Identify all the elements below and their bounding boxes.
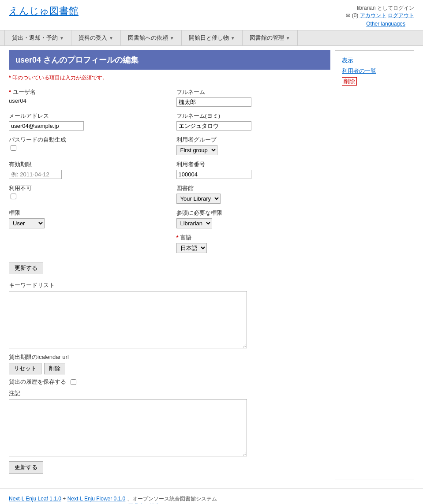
expiry-input[interactable] bbox=[9, 170, 62, 179]
nav-arrow-2: ▼ bbox=[170, 36, 174, 41]
library-select[interactable]: Your Library bbox=[176, 194, 221, 204]
submit-button-2[interactable]: 更新する bbox=[9, 461, 43, 474]
sidebar-view-link[interactable]: 表示 bbox=[342, 57, 353, 63]
keyword-list-textarea[interactable] bbox=[9, 291, 247, 348]
user-group-select[interactable]: First group bbox=[176, 145, 217, 155]
nav-requests[interactable]: 図書館への依頼 ▼ bbox=[121, 30, 182, 45]
email-input[interactable] bbox=[9, 121, 84, 131]
save-history-label: 貸出の履歴を保存する bbox=[9, 378, 66, 386]
auto-password-label: パスワードの自動生成 bbox=[9, 136, 163, 144]
notes-textarea[interactable] bbox=[9, 399, 247, 456]
other-languages: Other languages bbox=[9, 19, 414, 28]
page-title: user04 さんのプロフィールの編集 bbox=[9, 50, 330, 70]
disabled-checkbox[interactable] bbox=[11, 194, 16, 199]
language-select[interactable]: 日本語 bbox=[176, 243, 207, 253]
expiry-label: 有効期限 bbox=[9, 161, 163, 168]
nav-arrow-4: ▼ bbox=[286, 36, 290, 41]
nav-arrow-0: ▼ bbox=[60, 36, 64, 41]
library-label: 図書館 bbox=[176, 184, 331, 192]
login-status: librarian としてログイン bbox=[346, 4, 414, 12]
disabled-label: 利用不可 bbox=[9, 184, 163, 192]
account-row: ✉ (0) アカウント ログアウト bbox=[346, 12, 414, 19]
footer-leaf-link[interactable]: Next-L Enju Leaf 1.1.0 bbox=[9, 496, 61, 502]
site-title-link[interactable]: えんじゅ図書館 bbox=[9, 5, 79, 16]
notes-label: 注記 bbox=[9, 389, 330, 397]
sidebar-item-view[interactable]: 表示 bbox=[342, 55, 409, 66]
role-label: 権限 bbox=[9, 209, 163, 217]
site-title: えんじゅ図書館 bbox=[9, 4, 79, 18]
fullname-yomi-input[interactable] bbox=[176, 121, 251, 131]
other-languages-link[interactable]: Other languages bbox=[366, 21, 405, 27]
reset-button[interactable]: リセット bbox=[9, 363, 41, 374]
submit-button-1[interactable]: 更新する bbox=[9, 262, 43, 274]
save-history-checkbox[interactable] bbox=[71, 379, 76, 385]
email-label: メールアドレス bbox=[9, 112, 163, 120]
role-select[interactable]: User Librarian Admin bbox=[9, 218, 45, 228]
username-label: * ユーザ名 bbox=[9, 88, 163, 96]
auto-password-checkbox[interactable] bbox=[11, 145, 16, 151]
footer: Next-L Enju Leaf 1.1.0 + Next-L Enju Flo… bbox=[0, 488, 423, 504]
navigation: 貸出・返却・予約 ▼ 資料の受入 ▼ 図書館への依頼 ▼ 開館日と催し物 ▼ 図… bbox=[0, 30, 423, 46]
sidebar-item-delete[interactable]: 削除 bbox=[342, 76, 409, 87]
sidebar-list: 表示 利用者の一覧 削除 bbox=[340, 55, 409, 87]
sidebar-item-users[interactable]: 利用者の一覧 bbox=[342, 66, 409, 76]
notification-count: (0) bbox=[352, 12, 359, 19]
required-note: * 印のついている項目は入力が必須です。 bbox=[9, 74, 330, 82]
sidebar-delete-link[interactable]: 削除 bbox=[342, 77, 357, 86]
profile-form: * ユーザ名 user04 フルネーム メールアドレス フルネーム(ヨミ) bbox=[9, 86, 330, 479]
keyword-list-label: キーワードリスト bbox=[9, 281, 330, 289]
nav-events[interactable]: 開館日と催し物 ▼ bbox=[182, 30, 243, 45]
ref-role-label: 参照に必要な権限 bbox=[176, 209, 331, 217]
save-history-row: 貸出の履歴を保存する bbox=[9, 378, 330, 386]
user-group-label: 利用者グループ bbox=[176, 136, 331, 144]
account-link[interactable]: アカウント bbox=[360, 12, 386, 19]
ical-url-label: 貸出期限のicalendar url bbox=[9, 353, 330, 361]
user-number-input[interactable] bbox=[176, 170, 251, 179]
logout-link[interactable]: ログアウト bbox=[388, 12, 414, 19]
mail-icon: ✉ bbox=[346, 12, 350, 19]
fullname-yomi-label: フルネーム(ヨミ) bbox=[176, 112, 331, 120]
user-info: librarian としてログイン ✉ (0) アカウント ログアウト bbox=[346, 4, 414, 19]
ref-role-select[interactable]: Librarian bbox=[176, 218, 212, 228]
delete-button[interactable]: 削除 bbox=[44, 363, 65, 374]
nav-arrow-1: ▼ bbox=[109, 36, 113, 41]
nav-lending[interactable]: 貸出・返却・予約 ▼ bbox=[4, 30, 71, 45]
nav-arrow-3: ▼ bbox=[231, 36, 235, 41]
nav-acquisition[interactable]: 資料の受入 ▼ bbox=[71, 30, 121, 45]
fullname-label: フルネーム bbox=[176, 88, 331, 96]
sidebar: 表示 利用者の一覧 削除 bbox=[335, 50, 414, 479]
username-value: user04 bbox=[9, 97, 163, 104]
sidebar-users-link[interactable]: 利用者の一覧 bbox=[342, 67, 376, 74]
language-label: * 言語 bbox=[176, 234, 331, 242]
footer-flower-link[interactable]: Next-L Enju Flower 0.1.0 bbox=[67, 496, 126, 502]
user-number-label: 利用者番号 bbox=[176, 161, 331, 168]
nav-management[interactable]: 図書館の管理 ▼ bbox=[243, 30, 298, 45]
main-content: user04 さんのプロフィールの編集 * 印のついている項目は入力が必須です。… bbox=[9, 50, 330, 479]
fullname-input[interactable] bbox=[176, 97, 251, 107]
